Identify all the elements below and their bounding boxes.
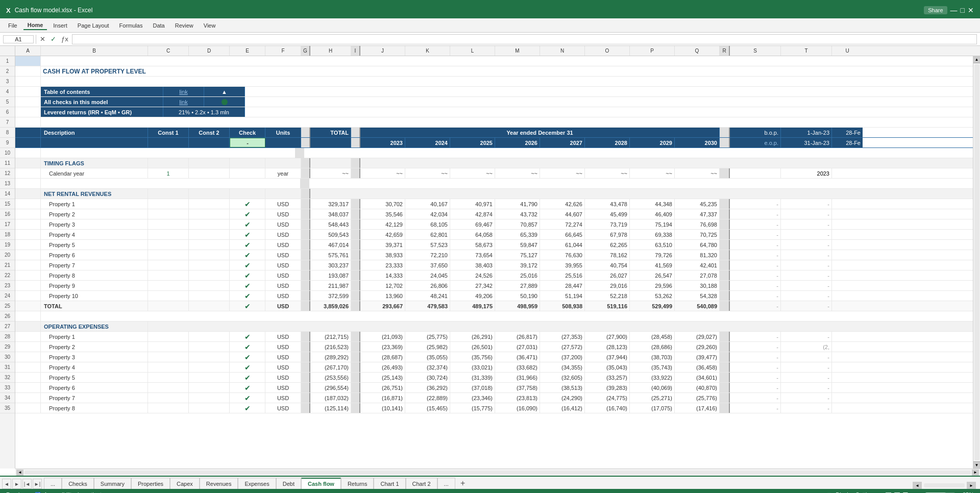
page-break-btn[interactable]: ⊡ xyxy=(902,490,909,493)
minimize-btn[interactable]: — xyxy=(950,6,958,14)
corner-cell xyxy=(0,46,15,56)
checks-link[interactable]: link xyxy=(163,97,204,107)
sheet-tab-returns[interactable]: Returns xyxy=(341,478,374,489)
ribbon-data[interactable]: Data xyxy=(149,21,168,30)
levered-value: 21% • 2.2x • 1.3 mln xyxy=(163,107,245,117)
sheet-tab-summary[interactable]: Summary xyxy=(94,478,131,489)
cancel-formula-icon[interactable]: ✕ xyxy=(38,35,47,43)
col-header-q: Q xyxy=(675,46,720,56)
ribbon-review[interactable]: Review xyxy=(171,21,198,30)
property-label: TOTAL xyxy=(41,301,148,311)
check-input[interactable]: - xyxy=(230,138,265,147)
cy-units: year xyxy=(265,168,301,178)
row-num-1: 1 xyxy=(0,56,15,66)
row-num-6: 6 xyxy=(0,107,15,117)
row-num-31: 31 xyxy=(0,362,15,373)
check-icon: ✔ xyxy=(230,270,265,280)
tab-scroll-left[interactable]: ◄ xyxy=(2,479,11,489)
table-row xyxy=(15,77,973,87)
confirm-formula-icon[interactable]: ✓ xyxy=(49,35,58,43)
net-rental-label: NET RENTAL REVENUES xyxy=(41,189,148,199)
check-icon: ✔ xyxy=(230,219,265,229)
scroll-down-btn[interactable]: ▼ xyxy=(973,461,981,469)
sheet-tab-capex[interactable]: Capex xyxy=(170,478,200,489)
scroll-left-btn[interactable]: ◄ xyxy=(16,470,23,476)
col-header-k: K xyxy=(405,46,450,56)
share-btn[interactable]: Share xyxy=(924,6,947,14)
tab-scroll-right[interactable]: ► xyxy=(12,479,21,489)
table-row: Property 10 ✔ USD 372,599 13,96048,24149… xyxy=(15,291,973,301)
check-icon: ✔ xyxy=(230,393,265,403)
table-row: Property 9 ✔ USD 211,987 12,70226,80627,… xyxy=(15,281,973,291)
col-const2: Const 2 xyxy=(189,128,230,137)
row-num-32: 32 xyxy=(0,373,15,383)
col-header-o: O xyxy=(585,46,630,56)
sheet-tab-debt[interactable]: Debt xyxy=(276,478,301,489)
sheet-tab-...[interactable]: ... xyxy=(437,478,455,489)
scroll-up-btn[interactable]: ▲ xyxy=(973,56,981,63)
section-header-opex: OPERATING EXPENSES xyxy=(15,322,973,332)
property-label: Property 8 xyxy=(41,270,148,280)
sheet-tab-chart-2[interactable]: Chart 2 xyxy=(406,478,437,489)
row-num-11: 11 xyxy=(0,158,15,168)
row-num-10: 10 xyxy=(0,148,15,158)
status-bar: Ready ♿ Accessibility: Investigate ⊞ Dis… xyxy=(0,489,980,493)
h-scroll-bar[interactable] xyxy=(924,483,965,487)
h-scroll-prev[interactable]: ◄ xyxy=(913,482,922,489)
row-num-5: 5 xyxy=(0,97,15,107)
row-num-13: 13 xyxy=(0,179,15,189)
ribbon-formulas[interactable]: Formulas xyxy=(115,21,147,30)
col-header-r: R xyxy=(720,46,730,56)
h-scroll-next[interactable]: ► xyxy=(967,482,976,489)
col-header-m: M xyxy=(495,46,540,56)
col-header-c: C xyxy=(148,46,189,56)
check-icon: ✔ xyxy=(230,291,265,301)
row-num-35: 35 xyxy=(0,403,15,413)
formula-input[interactable] xyxy=(72,34,977,44)
sheet-tab-checks[interactable]: Checks xyxy=(62,478,94,489)
ribbon-pagelayout[interactable]: Page Layout xyxy=(74,21,113,30)
year-2026: 2026 xyxy=(495,138,540,147)
row-num-23: 23 xyxy=(0,281,15,291)
row-num-27: 27 xyxy=(0,322,15,332)
tab-scroll-start[interactable]: |◄ xyxy=(22,479,32,489)
scroll-right-btn[interactable]: ► xyxy=(972,470,979,476)
col-header-g: G xyxy=(301,46,310,56)
sheet-tab-revenues[interactable]: Revenues xyxy=(200,478,238,489)
h-scroll-thumb[interactable] xyxy=(24,471,971,475)
table-row: Property 8 ✔ USD 193,087 14,33324,04524,… xyxy=(15,270,973,281)
sheet-tab-chart-1[interactable]: Chart 1 xyxy=(374,478,405,489)
add-sheet-btn[interactable]: + xyxy=(457,478,469,489)
ribbon-insert[interactable]: Insert xyxy=(49,21,71,30)
vertical-scrollbar[interactable]: ▲ ▼ xyxy=(973,56,980,469)
check-icon: ✔ xyxy=(230,199,265,209)
sheet-tab-...[interactable]: ... xyxy=(44,478,62,489)
page-layout-btn[interactable]: ▦ xyxy=(894,490,900,493)
insert-function-icon[interactable]: ƒx xyxy=(60,35,70,43)
table-row: Property 2 ✔ USD 348,037 35,54642,03442,… xyxy=(15,209,973,219)
cell-reference[interactable]: A1 xyxy=(3,35,34,43)
maximize-btn[interactable]: □ xyxy=(961,6,965,14)
row-num-26: 26 xyxy=(0,311,15,322)
close-btn[interactable]: ✕ xyxy=(968,6,974,14)
scroll-thumb[interactable] xyxy=(974,64,979,460)
horizontal-scrollbar[interactable]: ◄ ► xyxy=(15,469,980,476)
property-label: Property 4 xyxy=(41,230,148,239)
sheet-tab-properties[interactable]: Properties xyxy=(131,478,170,489)
property-label: Property 6 xyxy=(41,383,148,392)
row-num-20: 20 xyxy=(0,250,15,260)
ribbon-file[interactable]: File xyxy=(4,21,21,30)
check-icon: ✔ xyxy=(230,403,265,413)
toc-link[interactable]: link xyxy=(163,87,204,96)
display-settings-icon[interactable]: ⊞ xyxy=(827,491,831,494)
row-num-18: 18 xyxy=(0,230,15,240)
col-bop: b.o.p. xyxy=(730,128,781,137)
table-row: Property 1 ✔ USD 329,317 30,70240,16740,… xyxy=(15,199,973,209)
tab-scroll-end[interactable]: ►| xyxy=(33,479,42,489)
normal-view-btn[interactable]: ▤ xyxy=(885,490,892,493)
table-row xyxy=(15,117,973,128)
ribbon-view[interactable]: View xyxy=(200,21,220,30)
sheet-tab-cash-flow[interactable]: Cash flow xyxy=(301,478,341,489)
sheet-tab-expenses[interactable]: Expenses xyxy=(238,478,276,489)
ribbon-home[interactable]: Home xyxy=(23,21,47,30)
